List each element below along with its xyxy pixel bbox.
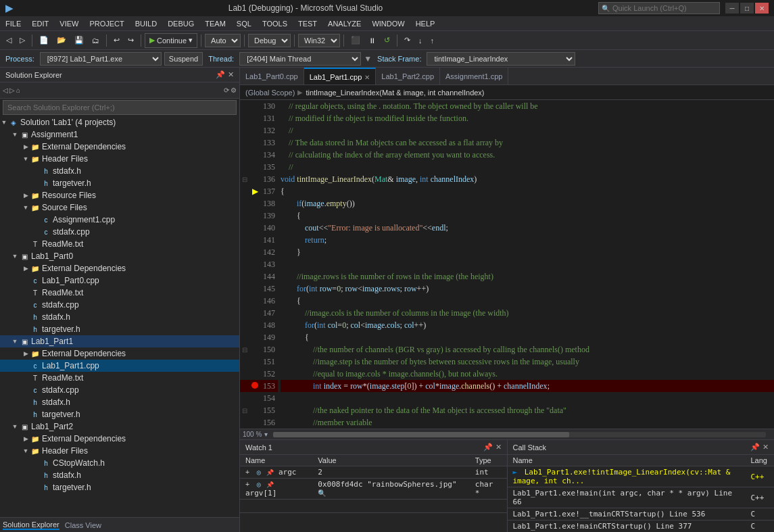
tree-item-ext-dep-3[interactable]: ▶ 📁 External Dependencies (0, 347, 239, 360)
stack-frame-selector[interactable]: tintImage_LinearIndex (427, 52, 575, 66)
tree-item-ext-dep-4[interactable]: ▶ 📁 External Dependencies (0, 433, 239, 445)
expand-header-2[interactable]: ▼ (22, 447, 30, 455)
continue-button[interactable]: ▶ Continue ▾ (145, 33, 197, 48)
menu-item-tools[interactable]: TOOLS (257, 16, 293, 31)
redo-button[interactable]: ↪ (124, 33, 137, 48)
expand-header-1[interactable]: ▼ (22, 155, 30, 163)
se-search-input[interactable] (3, 100, 237, 115)
watch-empty-row[interactable] (240, 500, 507, 513)
tree-item-resource-files-1[interactable]: ▶ 📁 Resource Files (0, 189, 239, 201)
tree-item-stdafx-h-3[interactable]: h stdafx.h (0, 396, 239, 408)
debug-pause-button[interactable]: ⏸ (365, 33, 379, 48)
expand-lab1part2[interactable]: ▼ (11, 422, 19, 431)
se-home[interactable]: ⌂ (16, 87, 20, 94)
cs-close-button[interactable]: ✕ (763, 443, 769, 452)
tree-item-assignment1[interactable]: ▼ ▣ Assignment1 (0, 128, 239, 141)
debug-dropdown[interactable]: Debug (248, 34, 291, 47)
tree-item-lab1part1-cpp[interactable]: c Lab1_Part1.cpp (0, 360, 239, 372)
se-tab-class-view[interactable]: Class View (65, 521, 101, 529)
expand-ext-dep-4[interactable]: ▶ (22, 435, 30, 443)
se-tree[interactable]: ▼ ◈ Solution 'Lab1' (4 projects) ▼ ▣ Ass… (0, 116, 239, 517)
code-text[interactable]: // regular objects, using the . notation… (278, 100, 774, 429)
tree-item-lab1part0[interactable]: ▼ ▣ Lab1_Part0 (0, 250, 239, 262)
watch-row-argc[interactable]: + ◎ 📌 argc 2 int (240, 466, 507, 479)
menu-item-build[interactable]: BUILD (130, 16, 162, 31)
new-file-button[interactable]: 📄 (36, 33, 52, 48)
se-nav-forward[interactable]: ▷ (9, 87, 15, 94)
minimize-button[interactable]: ─ (725, 3, 739, 14)
suspend-button[interactable]: Suspend (164, 52, 203, 66)
watch-row-argv1[interactable]: + ◎ 📌 argv[1] 0x008fd4dc "rainbowSpheres… (240, 479, 507, 500)
process-selector[interactable]: [8972] Lab1_Part1.exe (40, 52, 162, 66)
tree-item-stdafx-h-2[interactable]: h stdafx.h (0, 311, 239, 323)
tree-item-lab1part2[interactable]: ▼ ▣ Lab1_Part2 (0, 420, 239, 433)
cs-row-1[interactable]: Lab1_Part1.exe!main(int argc, char * * a… (508, 487, 775, 508)
tab-lab1part0[interactable]: Lab1_Part0.cpp (240, 68, 304, 85)
expand-assignment1[interactable]: ▼ (11, 130, 19, 139)
tree-item-assignment1-cpp[interactable]: c Assignment1.cpp (0, 214, 239, 226)
step-over-button[interactable]: ↷ (401, 33, 414, 48)
tree-item-source-files-1[interactable]: ▼ 📁 Source Files (0, 201, 239, 214)
config-dropdown[interactable]: Auto (205, 34, 241, 47)
tree-item-targetver-h-2[interactable]: h targetver.h (0, 323, 239, 335)
se-pin-button[interactable]: 📌 (216, 70, 225, 79)
expand-solution[interactable]: ▼ (0, 118, 8, 126)
tree-item-ext-dep-2[interactable]: ▶ 📁 External Dependencies (0, 262, 239, 274)
tree-item-readme-2[interactable]: T ReadMe.txt (0, 287, 239, 299)
menu-item-project[interactable]: PROJECT (84, 16, 129, 31)
menu-item-file[interactable]: FILE (0, 16, 26, 31)
tree-item-targetver-h-4[interactable]: h targetver.h (0, 481, 239, 493)
menu-item-test[interactable]: TEST (293, 16, 322, 31)
tree-item-stdafx-cpp-2[interactable]: c stdafx.cpp (0, 299, 239, 311)
tab-close-1[interactable]: ✕ (364, 74, 370, 81)
scrollbar-thumb[interactable] (273, 432, 569, 437)
tree-item-solution[interactable]: ▼ ◈ Solution 'Lab1' (4 projects) (0, 116, 239, 128)
forward-button[interactable]: ▷ (16, 33, 28, 48)
tree-item-lab1part0-cpp[interactable]: c Lab1_Part0.cpp (0, 274, 239, 287)
save-button[interactable]: 💾 (71, 33, 87, 48)
tree-item-cstopwatch-h[interactable]: h CStopWatch.h (0, 457, 239, 469)
tree-item-header-files-2[interactable]: ▼ 📁 Header Files (0, 445, 239, 457)
se-sync[interactable]: ⟳ (224, 87, 229, 94)
open-button[interactable]: 📂 (53, 33, 70, 48)
se-close-button[interactable]: ✕ (228, 70, 234, 79)
expand-lab1part0[interactable]: ▼ (11, 252, 19, 260)
debug-restart-button[interactable]: ↺ (381, 33, 393, 48)
watch-pin-button[interactable]: 📌 (483, 443, 493, 452)
tree-item-targetver-h-3[interactable]: h targetver.h (0, 408, 239, 420)
expand-lab1part1[interactable]: ▼ (11, 337, 19, 345)
se-settings[interactable]: ⚙ (231, 87, 237, 94)
code-container[interactable]: 130 131 132 (240, 100, 774, 429)
tab-assignment1[interactable]: Assignment1.cpp (440, 68, 508, 85)
expand-ext-dep-2[interactable]: ▶ (22, 264, 30, 272)
watch-close-button[interactable]: ✕ (495, 443, 502, 452)
cs-pin-button[interactable]: 📌 (750, 443, 760, 452)
tab-lab1part1[interactable]: Lab1_Part1.cpp ✕ (304, 68, 377, 85)
tree-item-stdafx-cpp-3[interactable]: c stdafx.cpp (0, 384, 239, 396)
expand-ext-dep-1[interactable]: ▶ (22, 143, 30, 151)
quick-launch-input[interactable] (612, 4, 707, 12)
maximize-button[interactable]: □ (740, 3, 754, 14)
cs-row-0[interactable]: ► Lab1_Part1.exe!tintImage_LinearIndex(c… (508, 466, 775, 487)
menu-item-team[interactable]: TEAM (199, 16, 231, 31)
menu-item-sql[interactable]: SQL (231, 16, 257, 31)
tree-item-lab1part1[interactable]: ▼ ▣ Lab1_Part1 (0, 335, 239, 347)
close-button[interactable]: ✕ (755, 3, 769, 14)
save-all-button[interactable]: 🗂 (89, 33, 103, 48)
expand-ext-dep-3[interactable]: ▶ (22, 349, 30, 358)
horizontal-scrollbar[interactable] (273, 432, 766, 437)
tree-item-stdafx-cpp-1[interactable]: c stdafx.cpp (0, 226, 239, 238)
tree-item-readme-1[interactable]: T ReadMe.txt (0, 238, 239, 250)
expand-argc[interactable]: + (245, 468, 249, 476)
cs-row-2[interactable]: Lab1_Part1.exe!__tmainCRTStartup() Line … (508, 508, 775, 521)
menu-item-view[interactable]: VIEW (54, 16, 84, 31)
back-button[interactable]: ◁ (3, 33, 15, 48)
tree-item-stdafx-h-1[interactable]: h stdafx.h (0, 165, 239, 177)
menu-item-window[interactable]: WINDOW (366, 16, 410, 31)
arch-dropdown[interactable]: Win32 (298, 34, 340, 47)
cs-row-3[interactable]: Lab1_Part1.exe!mainCRTStartup() Line 377… (508, 521, 775, 533)
quick-launch[interactable]: 🔍 (598, 2, 720, 14)
se-tab-solution-explorer[interactable]: Solution Explorer (3, 521, 59, 530)
se-nav-back[interactable]: ◁ (3, 87, 8, 94)
expand-argv1[interactable]: + (245, 481, 249, 488)
